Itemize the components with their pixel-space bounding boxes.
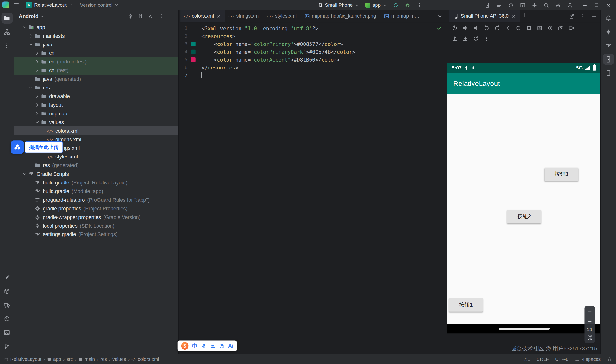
nav-handle[interactable] xyxy=(498,328,549,330)
line-ending-indicator[interactable]: CRLF xyxy=(536,357,549,362)
settings-button[interactable] xyxy=(552,0,563,10)
encoding-indicator[interactable]: UTF-8 xyxy=(555,357,568,362)
running-devices-button[interactable] xyxy=(603,54,614,65)
video-button[interactable] xyxy=(566,23,576,32)
line-number[interactable]: 6 xyxy=(179,65,188,70)
line-col-indicator[interactable]: 7:1 xyxy=(524,357,530,362)
tree-item-java-generated[interactable]: java(generated) xyxy=(14,75,178,83)
tree-item-mipmap[interactable]: mipmap xyxy=(14,109,178,118)
keyboard-icon[interactable] xyxy=(210,343,216,349)
line-number[interactable]: 2 xyxy=(179,33,188,39)
overview-button[interactable] xyxy=(524,23,534,32)
zoom-out-button[interactable] xyxy=(585,317,594,326)
tree-item-colors-xml[interactable]: </>colors.xml xyxy=(14,127,178,135)
zoom-in-button[interactable] xyxy=(585,307,594,316)
tree-item-gradle-properties-project-properties[interactable]: gradle.properties(Project Properties) xyxy=(14,204,178,213)
breadcrumb-relativelayout[interactable]: RelativeLayout xyxy=(4,357,41,362)
code-line[interactable]: 6</resources> xyxy=(179,64,447,71)
more-tool-windows-button[interactable] xyxy=(1,40,13,51)
problems-button[interactable] xyxy=(1,313,13,324)
ime-ai-button[interactable]: Ai xyxy=(228,343,233,349)
push-file-button[interactable] xyxy=(450,34,460,43)
tree-item-local-properties-sdk-location[interactable]: local.properties(SDK Location) xyxy=(14,221,178,230)
android-button-按钮2[interactable]: 按钮2 xyxy=(507,210,541,223)
device-tab[interactable]: Small Phone API 36.0 xyxy=(450,10,520,22)
breadcrumb-values[interactable]: values xyxy=(112,357,126,362)
breadcrumb-app[interactable]: app xyxy=(47,357,61,362)
breadcrumb-colors-xml[interactable]: </>colors.xml xyxy=(131,357,159,362)
tree-item-gradle-wrapper-properties-gradle-version[interactable]: gradle-wrapper.properties(Gradle Version… xyxy=(14,213,178,221)
tree-item-build-gradle-module-app[interactable]: build.gradle(Module :app) xyxy=(14,187,178,195)
vcs-widget[interactable]: Version control xyxy=(77,0,122,10)
code-line[interactable]: 3 <color name="colorPrimary">#008577</co… xyxy=(179,40,447,48)
home-button[interactable] xyxy=(513,23,523,32)
ime-language-toggle[interactable]: 中 xyxy=(192,342,197,349)
line-number[interactable]: 5 xyxy=(179,57,188,63)
color-swatch[interactable] xyxy=(191,42,196,46)
sync-button[interactable] xyxy=(390,0,401,10)
microphone-icon[interactable] xyxy=(201,343,206,349)
device-panel-options-button[interactable] xyxy=(577,11,588,21)
editor-tab-styles-xml[interactable]: </>styles.xml xyxy=(264,10,301,22)
code-line[interactable]: 1<?xml version="1.0" encoding="utf-8"?> xyxy=(179,24,447,32)
indent-indicator[interactable]: 4 spaces xyxy=(575,357,601,362)
hide-project-panel-button[interactable] xyxy=(166,11,176,21)
tree-item-manifests[interactable]: manifests xyxy=(14,31,178,40)
notifications-button[interactable] xyxy=(603,13,614,24)
tree-item-proguard-rules-pro-proguard-rules-for-app[interactable]: proguard-rules.pro(ProGuard Rules for ":… xyxy=(14,195,178,204)
tree-item-java[interactable]: java xyxy=(14,40,178,49)
project-button[interactable] xyxy=(1,13,13,24)
breadcrumb-main[interactable]: main xyxy=(78,357,95,362)
search-everywhere-button[interactable] xyxy=(541,0,552,10)
dependencies-button[interactable] xyxy=(1,286,13,297)
line-number[interactable]: 4 xyxy=(179,49,188,55)
ai-assistant-button[interactable] xyxy=(603,26,614,37)
device-streaming-button[interactable] xyxy=(482,0,493,10)
power-button[interactable] xyxy=(450,23,460,32)
tree-item-build-gradle-project-relativelayout[interactable]: build.gradle(Project: RelativeLayout) xyxy=(14,178,178,187)
rotate-right-button[interactable] xyxy=(492,23,502,32)
open-in-window-button[interactable] xyxy=(566,11,576,21)
color-swatch[interactable] xyxy=(191,50,196,54)
volume-up-button[interactable] xyxy=(460,23,470,32)
editor-tab-mipmap-m[interactable]: mipmap-m… xyxy=(380,10,423,22)
run-config-selector[interactable]: app xyxy=(363,0,389,10)
tree-item-gradle-scripts[interactable]: Gradle Scripts xyxy=(14,169,178,178)
select-opened-file-button[interactable] xyxy=(126,11,135,21)
code-line[interactable]: 7 xyxy=(179,71,447,79)
version-control-button[interactable] xyxy=(1,341,13,352)
profiler-button[interactable] xyxy=(505,0,516,10)
main-menu-button[interactable] xyxy=(11,0,22,10)
tree-item-layout[interactable]: layout xyxy=(14,101,178,109)
close-window-button[interactable] xyxy=(603,0,614,10)
zoom-to-fit-button[interactable] xyxy=(585,333,594,342)
tree-item-res[interactable]: res xyxy=(14,83,178,92)
back-button[interactable] xyxy=(502,23,512,32)
resource-manager-button[interactable] xyxy=(1,272,13,283)
account-button[interactable] xyxy=(564,0,575,10)
inspections-ok-icon[interactable] xyxy=(437,25,442,32)
screenshot-button[interactable] xyxy=(534,23,545,32)
more-device-actions-button[interactable] xyxy=(481,34,491,43)
color-swatch[interactable] xyxy=(191,57,196,62)
tree-item-cn-test[interactable]: cn(test) xyxy=(14,66,178,75)
line-number[interactable]: 1 xyxy=(179,26,188,31)
tree-item-cn[interactable]: cn xyxy=(14,49,178,57)
android-button-按钮1[interactable]: 按钮1 xyxy=(449,298,483,311)
line-number[interactable]: 7 xyxy=(179,73,188,78)
readonly-toggle-button[interactable] xyxy=(607,357,612,362)
gradle-button[interactable] xyxy=(603,40,614,51)
editor-tab-colors-xml[interactable]: </>colors.xml xyxy=(180,10,225,22)
volume-down-button[interactable] xyxy=(471,23,481,32)
pull-file-button[interactable] xyxy=(460,34,470,43)
layout-inspector-button[interactable] xyxy=(517,0,528,10)
code-line[interactable]: 5 <color name="colorAccent">#D81B60</col… xyxy=(179,56,447,64)
device-manager-button[interactable] xyxy=(603,67,614,79)
structure-button[interactable] xyxy=(1,26,13,37)
hidden-tabs-button[interactable] xyxy=(435,10,444,22)
clipboard-icon[interactable] xyxy=(219,343,225,349)
expand-collapse-button[interactable] xyxy=(136,11,145,21)
breadcrumb-src[interactable]: src xyxy=(67,357,73,362)
code-line[interactable]: 4 <color name="colorPrimaryDark">#00574B… xyxy=(179,48,447,56)
android-button-按钮3[interactable]: 按钮3 xyxy=(545,168,578,181)
